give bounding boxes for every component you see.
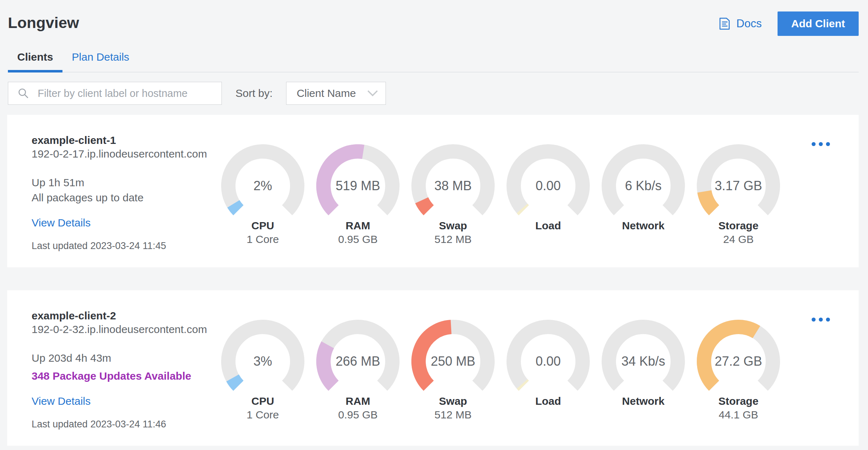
ellipsis-icon — [812, 318, 816, 322]
add-client-button[interactable]: Add Client — [778, 11, 859, 36]
page-header: Longview Docs Add Client — [8, 11, 859, 36]
gauge: 0.00 Load — [507, 320, 590, 422]
gauge: 27.2 GB Storage 44.1 GB — [697, 320, 780, 422]
client-actions-menu-button[interactable] — [808, 139, 834, 150]
tab-bar: Clients Plan Details — [8, 45, 859, 72]
gauge-value: 27.2 GB — [697, 354, 780, 369]
docs-link-label: Docs — [736, 17, 762, 30]
gauge-arc: 250 MB — [411, 320, 495, 394]
gauge-sublabel: 0.95 GB — [316, 408, 400, 422]
gauge: 34 Kb/s Network — [602, 320, 685, 422]
gauge: 250 MB Swap 512 MB — [411, 320, 495, 422]
gauge-arc: 0.00 — [507, 144, 590, 218]
gauge-value: 34 Kb/s — [602, 354, 685, 369]
gauge-sublabel: 1 Core — [221, 233, 304, 246]
gauge-value: 519 MB — [316, 178, 400, 193]
gauge: 6 Kb/s Network — [602, 144, 685, 246]
client-uptime: Up 203d 4h 43m — [32, 351, 221, 365]
gauge-label: Load — [507, 394, 590, 408]
gauge-label: Storage — [697, 394, 780, 408]
gauge: 519 MB RAM 0.95 GB — [316, 144, 400, 246]
gauge-value: 250 MB — [411, 354, 495, 369]
tab-plan-details[interactable]: Plan Details — [62, 45, 139, 72]
gauge: 3% CPU 1 Core — [221, 320, 304, 422]
sort-by-label: Sort by: — [235, 87, 272, 99]
gauge: 3.17 GB Storage 24 GB — [697, 144, 780, 246]
client-card: example-client-1 192-0-2-17.ip.linodeuse… — [7, 115, 859, 267]
ellipsis-icon — [812, 142, 816, 146]
gauge-label: RAM — [316, 394, 400, 408]
header-actions: Docs Add Client — [718, 11, 859, 36]
gauge-arc: 6 Kb/s — [602, 144, 685, 218]
chevron-down-icon — [367, 90, 378, 97]
gauge-value: 0.00 — [507, 354, 590, 369]
gauge-value: 3.17 GB — [697, 178, 780, 193]
gauge-sublabel: 1 Core — [221, 408, 304, 422]
gauge-label: CPU — [221, 219, 304, 233]
gauge: 2% CPU 1 Core — [221, 144, 304, 246]
gauge-arc: 3% — [221, 320, 304, 394]
gauge-arc: 38 MB — [411, 144, 495, 218]
gauge: 38 MB Swap 512 MB — [411, 144, 495, 246]
search-icon — [18, 88, 29, 99]
client-info: example-client-1 192-0-2-17.ip.linodeuse… — [32, 133, 221, 252]
client-card: example-client-2 192-0-2-32.ip.linodeuse… — [7, 290, 859, 446]
last-updated: Last updated 2023-03-24 11:45 — [32, 240, 221, 252]
gauge: 266 MB RAM 0.95 GB — [316, 320, 400, 422]
gauge-arc: 266 MB — [316, 320, 400, 394]
gauge-sublabel: 512 MB — [411, 233, 495, 246]
client-uptime: Up 1h 51m — [32, 176, 221, 189]
last-updated: Last updated 2023-03-24 11:46 — [32, 419, 221, 430]
gauge-arc: 519 MB — [316, 144, 400, 218]
gauge-value: 3% — [221, 354, 304, 369]
gauge: 0.00 Load — [507, 144, 590, 246]
gauge-arc: 27.2 GB — [697, 320, 780, 394]
gauge-label: Load — [507, 219, 590, 233]
packages-status: 348 Package Updates Available — [32, 369, 221, 383]
client-list: example-client-1 192-0-2-17.ip.linodeuse… — [7, 115, 859, 446]
gauge-label: RAM — [316, 219, 400, 233]
gauge-value: 0.00 — [507, 178, 590, 193]
tab-clients[interactable]: Clients — [8, 45, 62, 72]
gauge-arc: 2% — [221, 144, 304, 218]
gauge-arc: 34 Kb/s — [602, 320, 685, 394]
client-name: example-client-2 — [32, 309, 221, 323]
docs-link[interactable]: Docs — [718, 17, 762, 31]
gauge-value: 6 Kb/s — [602, 178, 685, 193]
client-filter-box — [8, 82, 222, 105]
page-title: Longview — [8, 11, 79, 34]
gauge-value: 2% — [221, 178, 304, 193]
gauges-row: 3% CPU 1 Core 266 MB RAM 0.95 GB 250 MB … — [221, 320, 780, 422]
client-filter-input[interactable] — [37, 87, 221, 100]
client-name: example-client-1 — [32, 133, 221, 147]
sort-select[interactable]: Client Name — [286, 82, 386, 105]
client-actions-menu-button[interactable] — [808, 314, 834, 325]
gauge-label: CPU — [221, 394, 304, 408]
gauge-arc: 3.17 GB — [697, 144, 780, 218]
filter-row: Sort by: Client Name — [8, 82, 859, 105]
client-hostname: 192-0-2-17.ip.linodeusercontent.com — [32, 147, 221, 161]
docs-icon — [718, 17, 731, 31]
view-details-link[interactable]: View Details — [32, 217, 91, 229]
gauge-label: Network — [602, 219, 685, 233]
gauge-value: 38 MB — [411, 178, 495, 193]
packages-status: All packages up to date — [32, 191, 221, 205]
gauge-sublabel: 0.95 GB — [316, 233, 400, 246]
gauge-arc: 0.00 — [507, 320, 590, 394]
gauge-value: 266 MB — [316, 354, 400, 369]
gauge-label: Network — [602, 394, 685, 408]
gauge-label: Storage — [697, 219, 780, 233]
gauge-sublabel: 512 MB — [411, 408, 495, 422]
gauge-sublabel: 24 GB — [697, 233, 780, 246]
gauges-row: 2% CPU 1 Core 519 MB RAM 0.95 GB 38 MB S… — [221, 144, 780, 246]
sort-select-value: Client Name — [297, 87, 356, 99]
gauge-label: Swap — [411, 394, 495, 408]
view-details-link[interactable]: View Details — [32, 395, 91, 407]
client-info: example-client-2 192-0-2-32.ip.linodeuse… — [32, 309, 221, 430]
client-hostname: 192-0-2-32.ip.linodeusercontent.com — [32, 323, 221, 336]
gauge-sublabel: 44.1 GB — [697, 408, 780, 422]
gauge-label: Swap — [411, 219, 495, 233]
